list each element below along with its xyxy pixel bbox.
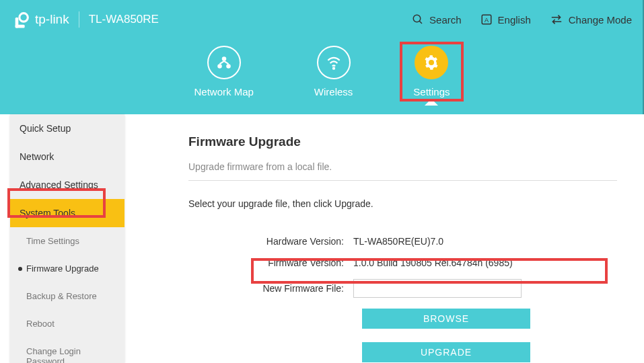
new-firmware-row: New Firmware File: (188, 279, 617, 298)
browse-button[interactable]: BROWSE (362, 309, 530, 329)
search-button[interactable]: Search (412, 13, 462, 26)
language-button[interactable]: A English (480, 13, 531, 26)
sidebar-item-time[interactable]: Time Settings (10, 227, 124, 255)
new-firmware-input[interactable] (353, 279, 522, 298)
navbar: Network Map Wireless Settings (0, 39, 644, 114)
nav-label: Wireless (314, 86, 353, 97)
hardware-version-row: Hardware Version: TL-WA850RE(EU)7.0 (188, 236, 617, 247)
change-mode-button[interactable]: Change Mode (550, 14, 632, 26)
sidebar-item-backup[interactable]: Backup & Restore (10, 282, 124, 310)
sidebar: Quick Setup Network Advanced Settings Sy… (10, 114, 124, 363)
network-map-icon (207, 46, 241, 79)
language-label: English (498, 14, 531, 26)
sidebar-item-firmware[interactable]: Firmware Upgrade (10, 255, 124, 282)
new-firmware-label: New Firmware File: (188, 283, 353, 294)
main-area: Quick Setup Network Advanced Settings Sy… (10, 114, 644, 363)
hardware-version-label: Hardware Version: (188, 236, 353, 247)
page-description: Upgrade firmware from a local file. (188, 161, 617, 181)
logo: tp-link (12, 10, 69, 29)
svg-point-10 (332, 68, 334, 69)
highlight-box (400, 42, 463, 102)
language-icon: A (480, 13, 493, 26)
brand-text: tp-link (35, 12, 69, 27)
nav-settings[interactable]: Settings (413, 46, 450, 97)
tp-link-logo-icon (12, 10, 31, 29)
instruction-text: Select your upgrade file, then click Upg… (188, 198, 617, 209)
wireless-icon (317, 46, 351, 79)
firmware-version-row: Firmware Version: 1.0.0 Build 190805 Rel… (188, 257, 617, 268)
svg-point-7 (221, 56, 226, 61)
sidebar-item-advanced[interactable]: Advanced Settings (10, 171, 124, 199)
svg-rect-2 (15, 25, 25, 28)
change-mode-label: Change Mode (569, 14, 632, 26)
svg-point-3 (413, 15, 421, 22)
page-title: Firmware Upgrade (188, 134, 617, 149)
svg-point-9 (226, 64, 231, 69)
sidebar-item-reboot[interactable]: Reboot (10, 310, 124, 337)
model-name: TL-WA850RE (89, 13, 159, 26)
header-bar: tp-link TL-WA850RE Search A English Chan… (0, 0, 644, 39)
svg-point-0 (20, 13, 28, 22)
content: Firmware Upgrade Upgrade firmware from a… (124, 114, 644, 363)
form-area: Hardware Version: TL-WA850RE(EU)7.0 Firm… (188, 236, 617, 298)
sidebar-item-login[interactable]: Change Login Password (10, 337, 124, 363)
firmware-version-label: Firmware Version: (188, 257, 353, 268)
nav-wireless[interactable]: Wireless (314, 46, 353, 97)
nav-label: Network Map (194, 86, 253, 97)
search-label: Search (429, 14, 462, 26)
search-icon (412, 13, 424, 26)
svg-text:A: A (485, 17, 489, 24)
sidebar-item-quick-setup[interactable]: Quick Setup (10, 114, 124, 143)
hardware-version-value: TL-WA850RE(EU)7.0 (353, 236, 443, 247)
change-mode-icon (550, 14, 563, 25)
svg-point-8 (217, 64, 222, 69)
svg-line-4 (419, 21, 422, 24)
sidebar-item-system-tools[interactable]: System Tools (10, 199, 124, 227)
nav-network-map[interactable]: Network Map (194, 46, 253, 97)
upgrade-button[interactable]: UPGRADE (362, 342, 530, 362)
divider (79, 11, 79, 28)
firmware-version-value: 1.0.0 Build 190805 Rel.64784n (6985) (353, 257, 513, 268)
sidebar-item-network[interactable]: Network (10, 143, 124, 171)
